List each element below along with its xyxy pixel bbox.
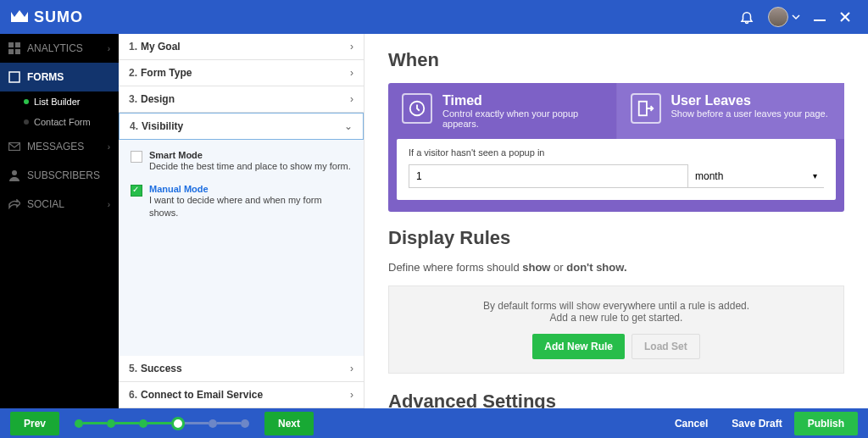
display-rules-empty: By default forms will show everywhere un… (388, 286, 844, 374)
step-design[interactable]: 3. Design › (119, 86, 364, 113)
svg-rect-5 (9, 72, 19, 82)
condition-label: If a visitor hasn't seen a popup in (409, 147, 824, 158)
load-set-button[interactable]: Load Set (632, 334, 700, 359)
step-progress (75, 417, 249, 430)
svg-rect-1 (8, 42, 14, 47)
chevron-right-icon: › (350, 363, 353, 374)
step-label: Success (141, 363, 182, 374)
chevron-right-icon: › (350, 389, 353, 401)
step-form-type[interactable]: 2. Form Type › (119, 60, 364, 86)
close-icon[interactable] (839, 11, 851, 23)
sidebar-item-subscribers[interactable]: SUBSCRIBERS (0, 161, 119, 190)
progress-dot-current-icon (171, 417, 185, 430)
step-visibility[interactable]: 4. Visibility ⌄ (119, 113, 364, 140)
step-label: Connect to Email Service (141, 389, 263, 401)
mail-icon (8, 142, 20, 151)
option-title: Smart Mode (149, 150, 351, 160)
crown-icon (10, 10, 29, 24)
main-content: When Timed Control exactly when your pop… (364, 34, 868, 408)
sidebar-item-analytics[interactable]: ANALYTICS › (0, 34, 119, 63)
step-label: Design (141, 93, 175, 105)
popup-frequency-unit-select[interactable]: month ▾ (688, 164, 824, 188)
option-desc: Decide the best time and place to show m… (149, 160, 351, 172)
checkbox-icon[interactable] (131, 151, 142, 163)
tab-timed[interactable]: Timed Control exactly when your popup ap… (388, 83, 617, 139)
select-value: month (695, 170, 723, 182)
when-box: Timed Control exactly when your popup ap… (388, 83, 844, 212)
tab-subtitle: Control exactly when your popup appears. (442, 108, 603, 129)
cancel-button[interactable]: Cancel (675, 418, 708, 430)
progress-dot-icon (75, 419, 83, 428)
steps-column: 1. My Goal › 2. Form Type › 3. Design › … (119, 34, 364, 408)
progress-dot-icon (139, 419, 147, 428)
avatar (768, 7, 788, 27)
option-smart-mode[interactable]: Smart Mode Decide the best time and plac… (131, 150, 352, 172)
progress-dot-icon (241, 419, 249, 428)
svg-rect-0 (814, 19, 826, 21)
step-connect-email[interactable]: 6. Connect to Email Service › (119, 382, 364, 408)
footer-bar: Prev Next Cancel Save Draft Publish (0, 408, 868, 438)
chevron-down-icon: ⌄ (344, 120, 353, 132)
sidebar-sub-label: List Builder (34, 97, 80, 107)
caret-down-icon: ▾ (813, 171, 817, 180)
sidebar-item-forms[interactable]: FORMS (0, 63, 119, 91)
add-new-rule-button[interactable]: Add New Rule (532, 334, 625, 359)
sidebar-label: MESSAGES (27, 141, 84, 152)
checkbox-checked-icon[interactable] (131, 185, 142, 197)
sidebar-item-messages[interactable]: MESSAGES › (0, 132, 119, 161)
chevron-right-icon: › (108, 44, 110, 53)
chevron-right-icon: › (350, 41, 353, 53)
step-success[interactable]: 5. Success › (119, 356, 364, 382)
status-dot-icon (24, 99, 29, 104)
option-title: Manual Mode (149, 184, 352, 194)
svg-rect-9 (638, 102, 646, 116)
sidebar: ANALYTICS › FORMS List Builder Contact F… (0, 34, 119, 408)
step-label: Form Type (141, 67, 192, 79)
sidebar-item-social[interactable]: SOCIAL › (0, 190, 119, 219)
svg-rect-4 (15, 49, 20, 54)
user-menu[interactable] (768, 7, 800, 27)
save-draft-button[interactable]: Save Draft (732, 418, 782, 430)
svg-rect-2 (15, 42, 20, 47)
progress-dot-icon (209, 419, 217, 428)
exit-door-icon (631, 93, 661, 124)
tab-user-leaves[interactable]: User Leaves Show before a user leaves yo… (617, 83, 845, 139)
tab-subtitle: Show before a user leaves your page. (671, 108, 828, 119)
sidebar-label: SOCIAL (27, 198, 64, 210)
empty-text-1: By default forms will show everywhere un… (399, 300, 833, 312)
top-bar: SUMO (0, 0, 868, 34)
option-desc: I want to decide where and when my form … (149, 194, 352, 219)
svg-rect-3 (8, 49, 14, 54)
chevron-right-icon: › (108, 200, 110, 209)
minimize-icon[interactable] (814, 11, 826, 23)
empty-text-2: Add a new rule to get started. (399, 312, 833, 324)
when-heading: When (388, 49, 844, 71)
grid-icon (8, 42, 20, 54)
chevron-right-icon: › (350, 93, 353, 105)
publish-button[interactable]: Publish (794, 412, 858, 435)
progress-dot-icon (107, 419, 115, 428)
brand-logo[interactable]: SUMO (10, 8, 83, 26)
notifications-icon[interactable] (739, 9, 754, 25)
svg-point-7 (12, 170, 17, 175)
chevron-right-icon: › (350, 67, 353, 79)
tab-title: Timed (442, 93, 603, 108)
status-dot-icon (24, 119, 29, 125)
sidebar-label: FORMS (27, 71, 64, 83)
step-label: Visibility (142, 120, 183, 132)
display-rules-heading: Display Rules (388, 227, 844, 249)
when-condition-panel: If a visitor hasn't seen a popup in mont… (397, 139, 836, 200)
display-rules-subtitle: Define where forms should show or don't … (388, 261, 844, 274)
step-visibility-body: Smart Mode Decide the best time and plac… (119, 140, 364, 356)
tab-title: User Leaves (671, 93, 828, 108)
next-button[interactable]: Next (264, 412, 314, 435)
sidebar-label: SUBSCRIBERS (27, 169, 100, 181)
option-manual-mode[interactable]: Manual Mode I want to decide where and w… (131, 184, 352, 219)
prev-button[interactable]: Prev (10, 412, 59, 435)
step-my-goal[interactable]: 1. My Goal › (119, 34, 364, 60)
share-icon (8, 199, 20, 209)
chevron-down-icon (792, 13, 800, 21)
popup-frequency-input[interactable] (409, 164, 688, 188)
sidebar-sub-list-builder[interactable]: List Builder (0, 91, 119, 112)
sidebar-sub-contact-form[interactable]: Contact Form (0, 112, 119, 132)
